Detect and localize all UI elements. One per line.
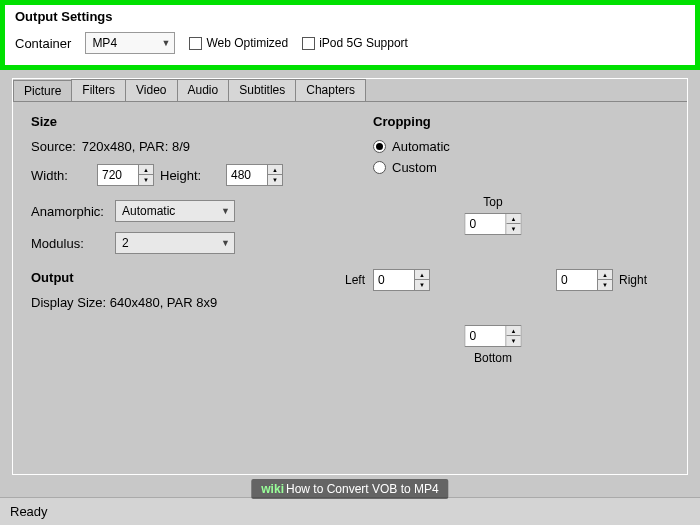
up-icon[interactable]: ▲ — [507, 214, 521, 224]
cropping-automatic-label: Automatic — [392, 139, 450, 154]
output-title: Output — [31, 270, 331, 285]
up-icon[interactable]: ▲ — [139, 165, 153, 175]
down-icon[interactable]: ▼ — [598, 280, 612, 290]
crop-bottom-spinner[interactable]: ▲▼ — [465, 325, 522, 347]
checkbox-icon — [302, 37, 315, 50]
height-spinner[interactable]: ▲▼ — [226, 164, 283, 186]
modulus-row: Modulus: 2 ▼ — [31, 232, 331, 254]
output-settings-row: Container MP4 ▼ Web Optimized iPod 5G Su… — [15, 32, 685, 54]
ipod-support-label: iPod 5G Support — [319, 36, 408, 50]
anamorphic-label: Anamorphic: — [31, 204, 109, 219]
watermark-text: How to Convert VOB to MP4 — [286, 482, 439, 496]
cropping-title: Cropping — [373, 114, 653, 129]
down-icon[interactable]: ▼ — [415, 280, 429, 290]
crop-right-input[interactable] — [557, 270, 597, 290]
container-dropdown[interactable]: MP4 ▼ — [85, 32, 175, 54]
spinner-buttons[interactable]: ▲▼ — [506, 326, 521, 346]
checkbox-icon — [189, 37, 202, 50]
crop-bottom-label: Bottom — [474, 351, 512, 365]
size-column: Size Source: 720x480, PAR: 8/9 Width: ▲▼… — [31, 114, 331, 320]
up-icon[interactable]: ▲ — [507, 326, 521, 336]
watermark-brand: wiki — [261, 482, 284, 496]
output-settings-panel: Output Settings Container MP4 ▼ Web Opti… — [0, 0, 700, 70]
down-icon[interactable]: ▼ — [139, 175, 153, 185]
tab-filters[interactable]: Filters — [71, 79, 126, 101]
down-icon[interactable]: ▼ — [507, 224, 521, 234]
cropping-custom-label: Custom — [392, 160, 437, 175]
tab-picture[interactable]: Picture — [13, 80, 72, 102]
source-row: Source: 720x480, PAR: 8/9 — [31, 139, 331, 154]
spinner-buttons[interactable]: ▲▼ — [267, 165, 282, 185]
cropping-custom-radio[interactable]: Custom — [373, 160, 653, 175]
width-label: Width: — [31, 168, 91, 183]
radio-icon — [373, 140, 386, 153]
up-icon[interactable]: ▲ — [415, 270, 429, 280]
width-input[interactable] — [98, 165, 138, 185]
spinner-buttons[interactable]: ▲▼ — [414, 270, 429, 290]
down-icon[interactable]: ▼ — [507, 336, 521, 346]
tab-subtitles[interactable]: Subtitles — [228, 79, 296, 101]
status-text: Ready — [10, 504, 48, 519]
cropping-column: Cropping Automatic Custom Top ▲▼ Left ▲▼ — [373, 114, 653, 365]
settings-panel: Picture Filters Video Audio Subtitles Ch… — [12, 78, 688, 475]
display-size-value: Display Size: 640x480, PAR 8x9 — [31, 295, 217, 310]
anamorphic-dropdown[interactable]: Automatic ▼ — [115, 200, 235, 222]
source-value: 720x480, PAR: 8/9 — [82, 139, 190, 154]
crop-bottom-input[interactable] — [466, 326, 506, 346]
chevron-down-icon: ▼ — [161, 38, 170, 48]
down-icon[interactable]: ▼ — [268, 175, 282, 185]
watermark: wikiHow to Convert VOB to MP4 — [251, 479, 448, 499]
picture-tab-body: Size Source: 720x480, PAR: 8/9 Width: ▲▼… — [13, 101, 687, 472]
tab-video[interactable]: Video — [125, 79, 177, 101]
container-value: MP4 — [92, 36, 117, 50]
cropping-automatic-radio[interactable]: Automatic — [373, 139, 653, 154]
modulus-label: Modulus: — [31, 236, 109, 251]
crop-left-label: Left — [345, 273, 365, 287]
tab-bar: Picture Filters Video Audio Subtitles Ch… — [13, 79, 687, 101]
anamorphic-value: Automatic — [122, 204, 175, 218]
crop-right-label: Right — [619, 273, 647, 287]
spinner-buttons[interactable]: ▲▼ — [597, 270, 612, 290]
radio-icon — [373, 161, 386, 174]
height-input[interactable] — [227, 165, 267, 185]
chevron-down-icon: ▼ — [221, 206, 230, 216]
dimensions-row: Width: ▲▼ Height: ▲▼ — [31, 164, 331, 186]
chevron-down-icon: ▼ — [221, 238, 230, 248]
web-optimized-label: Web Optimized — [206, 36, 288, 50]
spinner-buttons[interactable]: ▲▼ — [506, 214, 521, 234]
crop-top-spinner[interactable]: ▲▼ — [465, 213, 522, 235]
source-label: Source: — [31, 139, 76, 154]
crop-top-label: Top — [483, 195, 502, 209]
crop-left-input[interactable] — [374, 270, 414, 290]
display-size-row: Display Size: 640x480, PAR 8x9 — [31, 295, 331, 310]
tab-chapters[interactable]: Chapters — [295, 79, 366, 101]
output-settings-title: Output Settings — [15, 9, 685, 24]
crop-right-spinner[interactable]: ▲▼ — [556, 269, 613, 291]
up-icon[interactable]: ▲ — [268, 165, 282, 175]
up-icon[interactable]: ▲ — [598, 270, 612, 280]
spinner-buttons[interactable]: ▲▼ — [138, 165, 153, 185]
height-label: Height: — [160, 168, 220, 183]
modulus-value: 2 — [122, 236, 129, 250]
tab-audio[interactable]: Audio — [177, 79, 230, 101]
size-title: Size — [31, 114, 331, 129]
anamorphic-row: Anamorphic: Automatic ▼ — [31, 200, 331, 222]
status-bar: Ready — [0, 497, 700, 525]
ipod-support-checkbox[interactable]: iPod 5G Support — [302, 36, 408, 50]
crop-left-spinner[interactable]: ▲▼ — [373, 269, 430, 291]
crop-grid: Top ▲▼ Left ▲▼ ▲▼ Right ▲▼ — [373, 195, 613, 365]
width-spinner[interactable]: ▲▼ — [97, 164, 154, 186]
modulus-dropdown[interactable]: 2 ▼ — [115, 232, 235, 254]
container-label: Container — [15, 36, 71, 51]
crop-top-input[interactable] — [466, 214, 506, 234]
web-optimized-checkbox[interactable]: Web Optimized — [189, 36, 288, 50]
